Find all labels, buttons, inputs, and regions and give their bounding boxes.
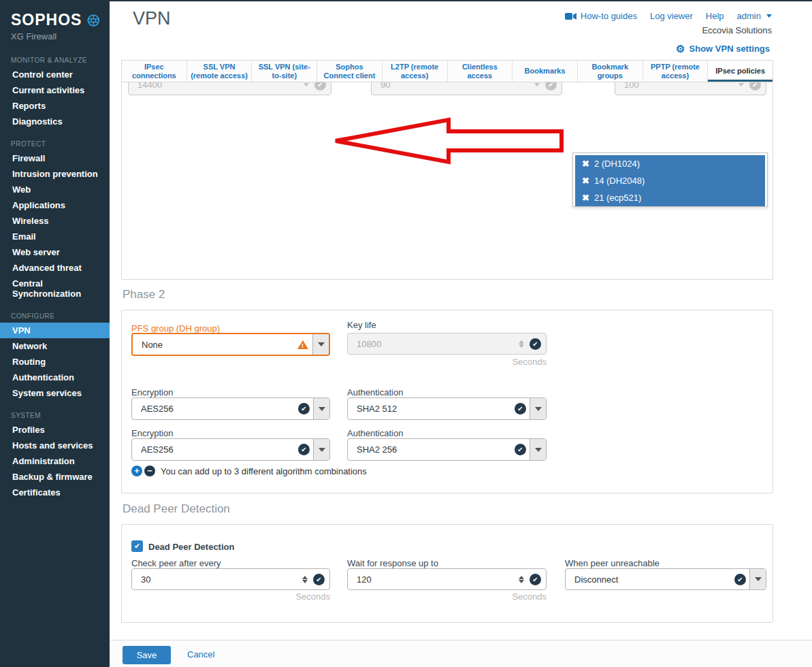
sidebar-item-central-synchronization[interactable]: Central Synchronization (0, 276, 110, 302)
sidebar-item-hosts-and-services[interactable]: Hosts and services (0, 438, 110, 453)
tab-ipsec-policies[interactable]: IPsec policies (708, 61, 773, 82)
tab-clientless-access[interactable]: Clientless access (448, 61, 513, 82)
encryption-label: Encryption (131, 428, 173, 438)
sidebar-item-advanced-threat[interactable]: Advanced threat (0, 260, 110, 276)
sidebar-item-certificates[interactable]: Certificates (0, 485, 110, 500)
remove-x-icon[interactable] (582, 159, 589, 168)
tab-ipsec-connections[interactable]: IPsec connections (122, 61, 187, 82)
select-dropdown-button[interactable] (530, 439, 546, 460)
spinner-control[interactable] (519, 576, 524, 583)
chevron-down-icon (318, 342, 325, 346)
tab-ssl-vpn-remote-access[interactable]: SSL VPN (remote access) (187, 61, 253, 82)
phase2-authentication-1-select[interactable]: SHA2 512 (347, 397, 547, 420)
select-dropdown-button[interactable] (313, 439, 329, 460)
dh-option-ecp521[interactable]: 21 (ecp521) (575, 189, 765, 206)
sidebar-item-web[interactable]: Web (0, 182, 110, 197)
cancel-button[interactable]: Cancel (187, 649, 214, 660)
tab-sophos-connect-client[interactable]: Sophos Connect client (317, 61, 383, 82)
spinner-caret-icon (304, 83, 309, 86)
tab-bookmarks[interactable]: Bookmarks (513, 61, 578, 82)
select-dropdown-button[interactable] (530, 398, 546, 419)
dh-option-dh2048[interactable]: 14 (DH2048) (575, 172, 765, 189)
select-dropdown-button[interactable] (749, 569, 766, 589)
tab-l2tp-remote-access[interactable]: L2TP (remote access) (383, 61, 448, 82)
check-peer-value[interactable] (132, 574, 302, 585)
unit-label: Seconds (347, 357, 547, 367)
vpn-tabbar: IPsec connections SSL VPN (remote access… (121, 60, 773, 82)
check-peer-input[interactable] (131, 568, 330, 590)
howto-guides-link[interactable]: How-to guides (565, 11, 637, 21)
unit-label: Seconds (131, 591, 330, 602)
sidebar-item-authentication[interactable]: Authentication (0, 370, 110, 385)
valid-check-icon (298, 403, 310, 414)
dh-group-dropdown-menu: 2 (DH1024) 14 (DH2048) 21 (ecp521) (572, 152, 768, 207)
spin-down-icon[interactable] (519, 580, 524, 583)
remove-x-icon[interactable] (582, 193, 589, 202)
dh-option-dh1024[interactable]: 2 (DH1024) (575, 155, 765, 172)
phase2-encryption-1-select[interactable]: AES256 (131, 397, 330, 420)
sidebar: SOPHOS XG Firewall MONITOR & ANALYZE Con… (0, 0, 110, 667)
valid-check-icon (515, 403, 526, 414)
remove-combination-button[interactable] (144, 466, 155, 476)
dpd-checkbox-label: Dead Peer Detection (148, 542, 234, 552)
sidebar-item-reports[interactable]: Reports (0, 98, 110, 114)
wait-response-input[interactable] (347, 568, 547, 590)
dpd-checkbox[interactable] (131, 540, 143, 552)
admin-menu[interactable]: admin (737, 11, 772, 21)
nav-section-protect: PROTECT Firewall Intrusion prevention We… (0, 137, 110, 302)
select-dropdown-button[interactable] (312, 334, 329, 355)
encryption-label: Encryption (131, 387, 173, 397)
pfs-group-select[interactable]: None (131, 333, 330, 356)
remove-x-icon[interactable] (582, 176, 589, 185)
sidebar-item-backup-firmware[interactable]: Backup & firmware (0, 469, 110, 485)
sidebar-item-network[interactable]: Network (0, 338, 110, 354)
tab-ssl-vpn-site-to-site[interactable]: SSL VPN (site-to-site) (252, 61, 317, 82)
sophos-shield-icon (87, 12, 100, 29)
dpd-heading: Dead Peer Detection (123, 502, 230, 516)
help-label: Help (706, 11, 724, 21)
sidebar-item-email[interactable]: Email (0, 229, 110, 244)
sidebar-item-diagnostics[interactable]: Diagnostics (0, 114, 110, 129)
sidebar-item-current-activities[interactable]: Current activities (0, 82, 110, 98)
sidebar-item-applications[interactable]: Applications (0, 197, 110, 213)
show-vpn-settings-link[interactable]: ⚙ Show VPN settings (676, 44, 770, 54)
sidebar-item-vpn[interactable]: VPN (0, 323, 110, 338)
spin-down-icon[interactable] (302, 580, 308, 583)
log-viewer-link[interactable]: Log viewer (650, 11, 693, 21)
sidebar-item-routing[interactable]: Routing (0, 354, 110, 370)
chevron-down-icon (766, 14, 772, 18)
key-life-label: Key life (347, 320, 376, 330)
wait-response-value[interactable] (348, 574, 519, 585)
phase2-encryption-2-select[interactable]: AES256 (131, 438, 330, 461)
brand-block: SOPHOS XG Firewall (0, 0, 110, 46)
sidebar-item-web-server[interactable]: Web server (0, 244, 110, 260)
spin-up-icon[interactable] (302, 576, 308, 579)
peer-unreachable-select[interactable]: Disconnect (565, 568, 766, 590)
nav-section-title: MONITOR & ANALYZE (0, 53, 110, 67)
tab-pptp-remote-access[interactable]: PPTP (remote access) (643, 61, 709, 82)
spinner-control[interactable] (302, 576, 308, 583)
nav-section-title: PROTECT (0, 137, 110, 150)
add-combination-button[interactable] (131, 466, 142, 476)
video-camera-icon (565, 12, 576, 20)
select-dropdown-button[interactable] (313, 398, 329, 419)
sidebar-item-profiles[interactable]: Profiles (0, 422, 110, 438)
sidebar-item-firewall[interactable]: Firewall (0, 150, 110, 166)
save-button[interactable]: Save (123, 646, 171, 664)
sidebar-item-system-services[interactable]: System services (0, 385, 110, 401)
help-link[interactable]: Help (706, 11, 724, 21)
select-value: Disconnect (566, 574, 734, 585)
authentication-label: Authentication (347, 428, 403, 438)
sidebar-item-intrusion-prevention[interactable]: Intrusion prevention (0, 166, 110, 182)
spin-up-icon[interactable] (519, 576, 524, 579)
key-life-value (348, 339, 519, 349)
dh-option-label: 14 (DH2048) (594, 176, 645, 186)
phase2-authentication-2-select[interactable]: SHA2 256 (347, 438, 547, 461)
chevron-down-icon (319, 448, 325, 452)
tab-bookmark-groups[interactable]: Bookmark groups (578, 61, 643, 82)
sidebar-item-wireless[interactable]: Wireless (0, 213, 110, 229)
authentication-label: Authentication (347, 387, 403, 397)
sidebar-item-control-center[interactable]: Control center (0, 67, 110, 82)
sidebar-item-administration[interactable]: Administration (0, 453, 110, 469)
product-name: XG Firewall (11, 31, 100, 42)
